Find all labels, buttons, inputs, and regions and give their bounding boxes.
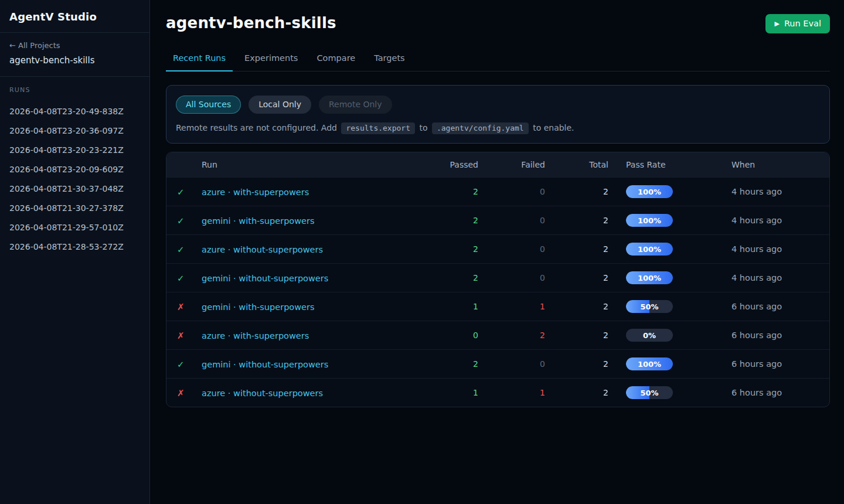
run-link[interactable]: gemini · without-superpowers: [202, 360, 328, 369]
failed-count: 0: [481, 244, 547, 254]
all-projects-link[interactable]: ← All Projects: [9, 41, 140, 50]
pass-rate-pill: 100%: [626, 185, 673, 198]
table-row[interactable]: ✓ gemini · without-superpowers 2 0 2 100…: [166, 349, 829, 378]
status-icon: ✗: [177, 302, 185, 312]
page-title: agentv-bench-skills: [166, 13, 336, 32]
source-filter-chips: All Sources Local Only Remote Only: [176, 96, 820, 114]
run-link[interactable]: azure · without-superpowers: [202, 389, 323, 398]
sidebar-header: AgentV Studio: [0, 0, 149, 33]
sidebar-run-item[interactable]: 2026-04-08T23-20-23-221Z: [9, 141, 140, 160]
table-body: ✓ azure · with-superpowers 2 0 2 100% 4 …: [166, 177, 829, 407]
table-row[interactable]: ✓ azure · without-superpowers 2 0 2 100%…: [166, 234, 829, 263]
pass-rate-pill: 50%: [626, 386, 673, 399]
run-link[interactable]: azure · with-superpowers: [202, 188, 309, 197]
failed-count: 0: [481, 359, 547, 369]
tab-recent-runs[interactable]: Recent Runs: [166, 47, 233, 71]
run-link[interactable]: azure · without-superpowers: [202, 245, 323, 254]
sidebar-runs-section: RUNS 2026-04-08T23-20-49-838Z 2026-04-08…: [0, 77, 149, 266]
status-icon: ✓: [177, 359, 185, 370]
total-count: 2: [547, 244, 611, 254]
sidebar-run-item[interactable]: 2026-04-08T21-30-27-378Z: [9, 199, 140, 218]
total-count: 2: [547, 359, 611, 369]
pass-rate-pill: 50%: [626, 300, 673, 313]
total-count: 2: [547, 216, 611, 225]
pass-rate-label: 100%: [626, 271, 673, 284]
status-icon: ✓: [177, 187, 185, 197]
chip-all-sources[interactable]: All Sources: [176, 96, 241, 114]
sidebar-project-section: ← All Projects agentv-bench-skills: [0, 33, 149, 77]
run-eval-label: Run Eval: [784, 19, 821, 28]
run-link[interactable]: azure · with-superpowers: [202, 331, 309, 340]
sidebar-run-item[interactable]: 2026-04-08T23-20-09-609Z: [9, 160, 140, 179]
total-count: 2: [547, 273, 611, 282]
tab-compare[interactable]: Compare: [309, 47, 362, 71]
when-text: 6 hours ago: [720, 359, 829, 369]
tab-bar: Recent Runs Experiments Compare Targets: [166, 47, 830, 71]
play-icon: ▶: [774, 20, 779, 28]
pass-rate-pill: 0%: [626, 329, 673, 342]
sidebar-run-item[interactable]: 2026-04-08T21-28-53-272Z: [9, 237, 140, 257]
failed-count: 0: [481, 216, 547, 225]
passed-count: 2: [413, 273, 481, 282]
status-icon: ✓: [177, 244, 185, 255]
status-icon: ✗: [177, 331, 185, 341]
status-icon: ✓: [177, 216, 185, 226]
when-text: 4 hours ago: [720, 273, 829, 282]
failed-count: 1: [481, 302, 547, 311]
note-prefix: Remote results are not configured. Add: [176, 123, 337, 132]
table-row[interactable]: ✗ azure · without-superpowers 1 1 2 50% …: [166, 378, 829, 407]
sidebar-run-item[interactable]: 2026-04-08T23-20-36-097Z: [9, 121, 140, 141]
when-text: 6 hours ago: [720, 388, 829, 397]
chip-remote-only: Remote Only: [319, 96, 392, 114]
passed-count: 1: [413, 302, 481, 311]
total-count: 2: [547, 302, 611, 311]
remote-config-note: Remote results are not configured. Add r…: [176, 123, 820, 132]
pass-rate-pill: 100%: [626, 214, 673, 227]
run-eval-button[interactable]: ▶ Run Eval: [765, 14, 830, 33]
pass-rate-pill: 100%: [626, 271, 673, 284]
note-suffix: to enable.: [533, 123, 574, 132]
failed-count: 2: [481, 331, 547, 340]
pass-rate-label: 50%: [626, 386, 673, 399]
passed-count: 1: [413, 388, 481, 397]
header-pass-rate: Pass Rate: [611, 160, 720, 169]
run-link[interactable]: gemini · without-superpowers: [202, 274, 328, 283]
failed-count: 0: [481, 273, 547, 282]
table-row[interactable]: ✓ azure · with-superpowers 2 0 2 100% 4 …: [166, 177, 829, 206]
run-link[interactable]: gemini · with-superpowers: [202, 302, 315, 312]
passed-count: 2: [413, 216, 481, 225]
runs-section-label: RUNS: [9, 86, 140, 94]
table-row[interactable]: ✓ gemini · with-superpowers 2 0 2 100% 4…: [166, 206, 829, 234]
tab-experiments[interactable]: Experiments: [237, 47, 305, 71]
sidebar-run-item[interactable]: 2026-04-08T21-30-37-048Z: [9, 179, 140, 199]
when-text: 4 hours ago: [720, 244, 829, 254]
table-row[interactable]: ✗ azure · with-superpowers 0 2 2 0% 6 ho…: [166, 321, 829, 349]
project-name: agentv-bench-skills: [9, 55, 140, 66]
pass-rate-label: 100%: [626, 214, 673, 227]
header-total: Total: [547, 160, 611, 169]
pass-rate-label: 0%: [626, 329, 673, 342]
note-middle: to: [419, 123, 427, 132]
header-failed: Failed: [481, 160, 547, 169]
table-row[interactable]: ✗ gemini · with-superpowers 1 1 2 50% 6 …: [166, 292, 829, 321]
pass-rate-label: 100%: [626, 357, 673, 370]
app-title: AgentV Studio: [9, 11, 140, 23]
chip-local-only[interactable]: Local Only: [249, 96, 311, 114]
code-config-yaml: .agentv/config.yaml: [432, 122, 529, 134]
when-text: 6 hours ago: [720, 302, 829, 311]
total-count: 2: [547, 331, 611, 340]
sidebar: AgentV Studio ← All Projects agentv-benc…: [0, 0, 150, 504]
sidebar-run-item[interactable]: 2026-04-08T23-20-49-838Z: [9, 102, 140, 121]
table-row[interactable]: ✓ gemini · without-superpowers 2 0 2 100…: [166, 263, 829, 292]
pass-rate-label: 100%: [626, 243, 673, 256]
status-icon: ✓: [177, 273, 185, 284]
source-filter-panel: All Sources Local Only Remote Only Remot…: [166, 85, 830, 144]
pass-rate-label: 100%: [626, 185, 673, 198]
tab-targets[interactable]: Targets: [367, 47, 411, 71]
run-link[interactable]: gemini · with-superpowers: [202, 216, 315, 226]
total-count: 2: [547, 388, 611, 397]
sidebar-run-item[interactable]: 2026-04-08T21-29-57-010Z: [9, 218, 140, 237]
failed-count: 0: [481, 187, 547, 196]
passed-count: 0: [413, 331, 481, 340]
passed-count: 2: [413, 359, 481, 369]
